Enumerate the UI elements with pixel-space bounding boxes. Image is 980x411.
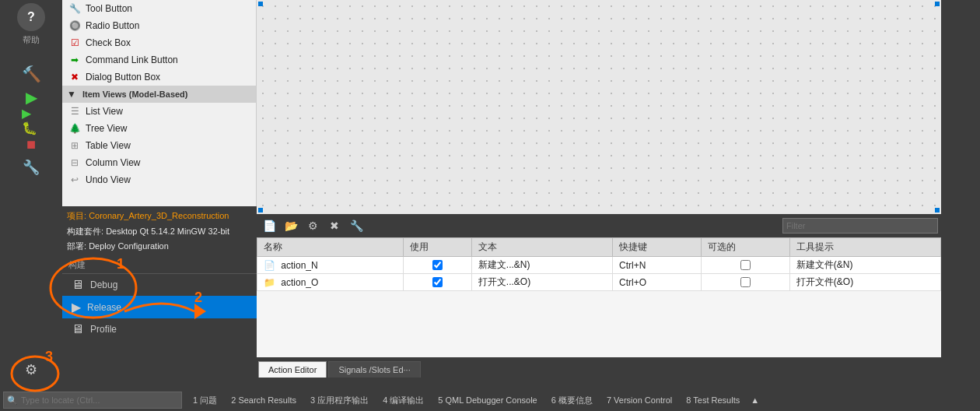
play-icon: ▶ xyxy=(72,300,81,314)
list-view-icon: ☰ xyxy=(68,105,81,118)
status-item-compile-output[interactable]: 4 编译输出 xyxy=(376,393,430,408)
widget-item-radio-button[interactable]: 🔘 Radio Button xyxy=(62,17,256,34)
dialog-button-icon: ✖ xyxy=(68,71,81,83)
action-shortcut-cell: Ctrl+N xyxy=(613,257,702,274)
build-btn-release[interactable]: ▶ Release xyxy=(62,296,257,318)
widget-item-undo-view[interactable]: ↩ Undo View xyxy=(62,171,256,188)
action-filter-input[interactable] xyxy=(782,218,938,234)
action-delete-btn[interactable]: ✖ xyxy=(325,217,344,234)
search-icon: 🔍 xyxy=(7,395,18,406)
action-checkable-checkbox[interactable] xyxy=(740,260,751,270)
tool-button-icon: 🔧 xyxy=(68,2,81,15)
action-name-cell-2: 📁 action_O xyxy=(257,274,404,291)
col-header-shortcut: 快捷键 xyxy=(613,238,702,257)
table-row[interactable]: 📄 action_N 新建文...&N) Ctrl+N 新建文件(&N) xyxy=(257,257,941,274)
help-icon[interactable]: ? xyxy=(17,3,45,31)
help-label: 帮助 xyxy=(23,34,40,46)
col-header-tooltip: 工具提示 xyxy=(789,238,940,257)
action-tooltip-cell: 新建文件(&N) xyxy=(789,257,940,274)
command-link-icon: ➡ xyxy=(68,54,81,66)
build-btn-debug[interactable]: 🖥 Debug xyxy=(62,274,257,296)
hammer-icon[interactable]: 🔨 xyxy=(22,65,40,83)
canvas-corner-tr xyxy=(935,2,940,6)
action-used-checkbox[interactable] xyxy=(432,260,443,270)
action-used-cell[interactable] xyxy=(403,257,471,274)
monitor-icon: 🖥 xyxy=(72,278,84,292)
info-project-label: 项目: xyxy=(67,211,86,220)
category-icon: ▼ xyxy=(65,88,78,100)
action-name-value-2: action_O xyxy=(281,277,318,288)
widget-label-dialog-button: Dialog Button Box xyxy=(86,72,160,83)
action-editor-tabs: Action Editor Signals /Slots Ed··· xyxy=(257,357,941,378)
profile-icon: 🖥 xyxy=(72,322,84,336)
build-btn-profile[interactable]: 🖥 Profile xyxy=(62,318,257,340)
action-tools-btn[interactable]: 🔧 xyxy=(347,217,366,234)
table-row[interactable]: 📁 action_O 打开文...&O) Ctrl+O 打开文件(&O) xyxy=(257,274,941,291)
status-item-problems[interactable]: 1 问题 xyxy=(187,393,223,408)
undo-view-icon: ↩ xyxy=(68,174,81,186)
debug-run-icon[interactable]: ▶🐛 xyxy=(22,111,40,130)
info-build-label: 构建套件: xyxy=(67,227,103,236)
action-new-btn[interactable]: 📄 xyxy=(260,217,278,234)
widget-item-dialog-button[interactable]: ✖ Dialog Button Box xyxy=(62,68,256,86)
widget-item-check-box[interactable]: ☑ Check Box xyxy=(62,34,256,51)
canvas-corner-bl xyxy=(258,208,263,213)
action-text-cell-2: 打开文...&O) xyxy=(471,274,612,291)
col-header-checkable: 可选的 xyxy=(701,238,789,257)
info-build-row: 构建套件: Desktop Qt 5.14.2 MinGW 32-bit xyxy=(67,225,252,239)
status-item-general-info[interactable]: 6 概要信息 xyxy=(545,393,599,408)
status-item-version-control[interactable]: 7 Version Control xyxy=(600,394,678,406)
debug-label: Debug xyxy=(90,279,117,290)
widget-label-tool-button: Tool Button xyxy=(86,3,132,14)
release-label: Release xyxy=(87,302,121,313)
status-arrow-up[interactable]: ▲ xyxy=(751,395,759,405)
column-view-icon: ⊟ xyxy=(68,156,81,169)
canvas-corner-tl xyxy=(258,2,263,6)
status-item-test-results[interactable]: 8 Test Results xyxy=(680,394,746,406)
check-box-icon: ☑ xyxy=(68,37,81,49)
status-item-search-results[interactable]: 2 Search Results xyxy=(225,394,303,406)
widget-label-table-view: Table View xyxy=(86,140,131,151)
canvas-corner-br xyxy=(935,208,940,213)
action-open-btn[interactable]: 📂 xyxy=(282,217,300,234)
action-used-checkbox-2[interactable] xyxy=(432,277,443,287)
action-checkable-cell[interactable] xyxy=(701,257,789,274)
run-icon[interactable]: ▶ xyxy=(22,88,40,107)
widget-item-tree-view[interactable]: 🌲 Tree View xyxy=(62,120,256,137)
widget-item-command-link[interactable]: ➡ Command Link Button xyxy=(62,51,256,68)
widget-category-label: Item Views (Model-Based) xyxy=(82,90,188,99)
status-search-box[interactable]: 🔍 xyxy=(3,392,182,409)
widget-item-table-view[interactable]: ⊞ Table View xyxy=(62,137,256,154)
widget-label-command-link: Command Link Button xyxy=(86,54,178,65)
profile-label: Profile xyxy=(90,324,117,335)
table-view-icon: ⊞ xyxy=(68,139,81,152)
build-section-label: 构建 xyxy=(62,257,257,274)
tools-icon[interactable]: 🔧 xyxy=(22,158,40,177)
widget-label-check-box: Check Box xyxy=(86,37,131,48)
action-checkable-checkbox-2[interactable] xyxy=(740,277,751,287)
widget-item-list-view[interactable]: ☰ List View xyxy=(62,103,256,120)
action-editor: 📄 📂 ⚙ ✖ 🔧 名称 使用 文本 快捷键 可选的 工具提示 xyxy=(257,214,941,378)
status-item-app-output[interactable]: 3 应用程序输出 xyxy=(304,393,375,408)
widget-item-tool-button[interactable]: 🔧 Tool Button xyxy=(62,0,256,17)
tab-action-editor[interactable]: Action Editor xyxy=(258,361,327,378)
action-table: 名称 使用 文本 快捷键 可选的 工具提示 📄 action_N xyxy=(257,237,941,357)
action-used-cell-2[interactable] xyxy=(403,274,471,291)
info-build-value: Desktop Qt 5.14.2 MinGW 32-bit xyxy=(106,227,229,236)
col-header-text: 文本 xyxy=(471,238,612,257)
action-checkable-cell-2[interactable] xyxy=(701,274,789,291)
status-item-qml-debugger[interactable]: 5 QML Debugger Console xyxy=(432,394,543,406)
tab-signals-slots[interactable]: Signals /Slots Ed··· xyxy=(328,361,420,378)
widget-item-column-view[interactable]: ⊟ Column View xyxy=(62,154,256,171)
stop-icon[interactable]: ■ xyxy=(22,135,40,153)
col-header-name: 名称 xyxy=(257,238,404,257)
action-config-btn[interactable]: ⚙ xyxy=(303,217,322,234)
main-canvas[interactable] xyxy=(257,0,941,214)
widget-panel: 🔧 Tool Button 🔘 Radio Button ☑ Check Box… xyxy=(62,0,257,206)
widget-label-tree-view: Tree View xyxy=(86,123,127,134)
search-input[interactable] xyxy=(21,395,145,405)
bottom-icon-1[interactable]: ⚙ xyxy=(25,361,37,378)
widget-label-column-view: Column View xyxy=(86,157,140,168)
widget-label-list-view: List View xyxy=(86,106,123,117)
tree-view-icon: 🌲 xyxy=(68,122,81,135)
